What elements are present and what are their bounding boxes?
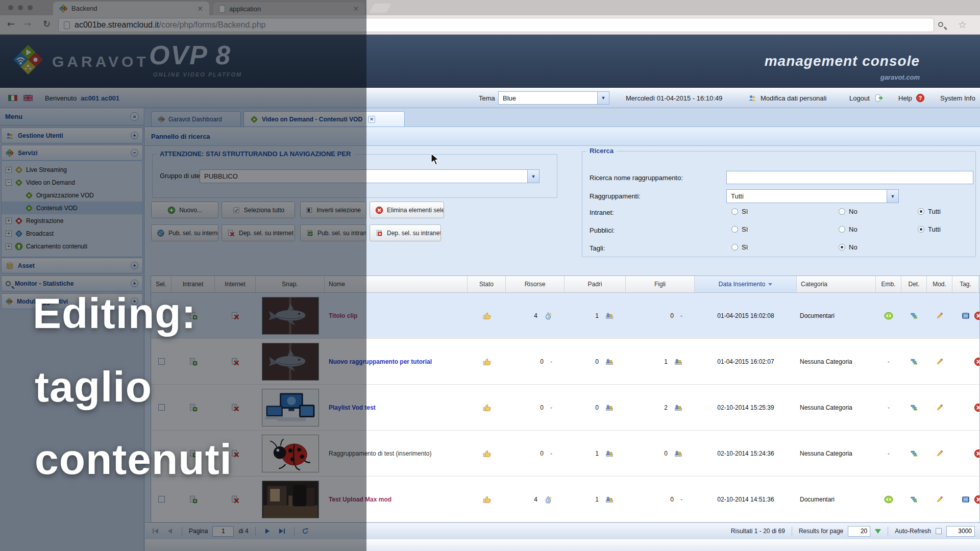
new-tab-button[interactable] bbox=[369, 4, 391, 13]
internet-depublished-icon[interactable] bbox=[231, 403, 240, 412]
thumbnail-shark[interactable] bbox=[262, 343, 319, 381]
table-row[interactable]: Playlist Vod test 0- 0 2 02-10-2014 15:2… bbox=[151, 385, 979, 431]
browser-tab-backend[interactable]: Backend ✕ bbox=[53, 2, 209, 15]
col-figli[interactable]: Figli bbox=[626, 276, 695, 292]
nome-link[interactable]: Raggruppamento di test (inserimento) bbox=[329, 450, 431, 457]
back-icon[interactable]: ← bbox=[7, 18, 15, 29]
help-link[interactable]: Help bbox=[898, 94, 912, 102]
logout-icon[interactable] bbox=[874, 93, 884, 103]
delete-row-icon[interactable] bbox=[974, 403, 980, 412]
tree-item-organizzazione-vod[interactable]: Organizzazione VOD bbox=[2, 189, 142, 202]
edit-pencil-icon[interactable] bbox=[936, 449, 944, 458]
tab-close-icon[interactable]: ✕ bbox=[368, 116, 375, 123]
sidebar-collapse-icon[interactable]: « bbox=[130, 112, 139, 121]
refresh-icon[interactable] bbox=[301, 527, 309, 535]
auto-refresh-checkbox[interactable] bbox=[936, 528, 942, 534]
detail-icon[interactable] bbox=[910, 358, 918, 366]
ricerca-nome-input[interactable] bbox=[726, 171, 973, 184]
col-tag[interactable]: Tag. bbox=[952, 276, 979, 292]
thumbnail-shark[interactable] bbox=[262, 297, 319, 335]
first-page-button[interactable] bbox=[150, 526, 160, 536]
radio-intranet-no[interactable]: No bbox=[839, 208, 857, 215]
expand-plus-icon[interactable]: + bbox=[131, 132, 138, 139]
row-checkbox[interactable] bbox=[158, 312, 165, 319]
internet-depublished-icon[interactable] bbox=[231, 449, 240, 458]
film-tag-icon[interactable] bbox=[962, 312, 970, 320]
table-row[interactable]: Test Upload Max mod 4 1 0- 02-10-2014 14… bbox=[151, 477, 979, 522]
last-page-button[interactable] bbox=[277, 526, 287, 536]
col-emb[interactable]: Emb. bbox=[876, 276, 901, 292]
table-row[interactable]: Titolo clip 4 1 0- 01-04-2015 16:02:08 D… bbox=[151, 293, 979, 339]
padri-icon[interactable] bbox=[605, 404, 614, 412]
seleziona-tutto-button[interactable]: Seleziona tutto bbox=[222, 202, 295, 218]
tree-item-contenuti-vod[interactable]: Contenuti VOD bbox=[2, 202, 142, 214]
tab-contenuti-vod-active[interactable]: Video on Demand - Contenuti VOD ✕ bbox=[243, 111, 405, 127]
chevron-down-icon[interactable]: ▼ bbox=[597, 92, 609, 104]
row-checkbox[interactable] bbox=[158, 496, 165, 503]
delete-row-icon[interactable] bbox=[974, 357, 980, 366]
risorse-icon[interactable] bbox=[544, 495, 552, 504]
internet-depublished-icon[interactable] bbox=[231, 311, 240, 320]
gruppo-utenti-select[interactable]: PUBBLICO ▼ bbox=[200, 169, 540, 183]
expand-plus-icon[interactable]: + bbox=[131, 262, 138, 269]
padri-icon[interactable] bbox=[605, 495, 614, 504]
nome-link[interactable]: Nuovo raggruppamento per tutorial bbox=[329, 358, 432, 365]
thumbnail-ladybug[interactable] bbox=[262, 435, 319, 472]
tree-item-broadcast[interactable]: + Broadcast bbox=[2, 227, 142, 240]
help-icon[interactable] bbox=[916, 93, 925, 103]
tab-close-icon[interactable]: ✕ bbox=[197, 5, 203, 13]
intranet-published-icon[interactable] bbox=[189, 311, 198, 320]
radio-tagli-si[interactable]: Sì bbox=[731, 243, 748, 251]
nome-link[interactable]: Test Upload Max mod bbox=[329, 496, 391, 503]
logout-link[interactable]: Logout bbox=[849, 94, 870, 102]
system-info-link[interactable]: System Info bbox=[940, 94, 975, 102]
expand-plus-icon[interactable]: + bbox=[6, 243, 12, 249]
embed-icon[interactable] bbox=[884, 311, 893, 320]
auto-refresh-interval-input[interactable] bbox=[946, 526, 975, 537]
bookmark-star-icon[interactable]: ☆ bbox=[958, 19, 967, 30]
page-number-input[interactable] bbox=[212, 526, 234, 537]
flag-uk-icon[interactable] bbox=[23, 95, 33, 101]
pub-sel-internet-button[interactable]: Pub. sel. su internet bbox=[151, 224, 218, 241]
expand-plus-icon[interactable]: + bbox=[131, 280, 138, 287]
detail-icon[interactable] bbox=[910, 449, 918, 458]
figli-icon[interactable] bbox=[674, 358, 682, 366]
browser-tab-application[interactable]: application ✕ bbox=[212, 2, 365, 15]
tab-garavot-dashboard[interactable]: Garavot Dashboard bbox=[151, 111, 241, 127]
intranet-published-icon[interactable] bbox=[189, 449, 198, 458]
delete-row-icon[interactable] bbox=[974, 449, 980, 458]
tab-close-icon[interactable]: ✕ bbox=[353, 5, 359, 13]
flag-italy-icon[interactable] bbox=[8, 95, 17, 101]
padri-icon[interactable] bbox=[605, 358, 614, 366]
window-close-icon[interactable] bbox=[8, 5, 13, 10]
window-controls[interactable] bbox=[8, 5, 33, 10]
thumbnail-screens[interactable] bbox=[262, 389, 319, 427]
theme-select[interactable]: Blue ▼ bbox=[498, 91, 609, 105]
col-mod[interactable]: Mod. bbox=[927, 276, 952, 292]
edit-pencil-icon[interactable] bbox=[936, 358, 944, 366]
delete-row-icon[interactable] bbox=[974, 311, 980, 320]
tree-item-live-streaming[interactable]: + Live Streaming bbox=[2, 163, 142, 176]
sidebar-section-asset[interactable]: Asset + bbox=[1, 258, 143, 273]
sidebar-section-servizi[interactable]: Servizi − bbox=[1, 145, 143, 161]
window-maximize-icon[interactable] bbox=[28, 5, 33, 10]
url-omnibox[interactable]: ac001be.streamcloud.it/core/php/forms/Ba… bbox=[58, 18, 934, 32]
intranet-published-icon[interactable] bbox=[189, 403, 198, 412]
col-intranet[interactable]: Intranet bbox=[172, 276, 215, 292]
col-nome[interactable]: Nome bbox=[325, 276, 468, 292]
intranet-published-icon[interactable] bbox=[189, 357, 198, 366]
detail-icon[interactable] bbox=[910, 312, 918, 320]
expand-plus-icon[interactable]: + bbox=[6, 167, 12, 173]
padri-icon[interactable] bbox=[605, 312, 614, 320]
radio-intranet-si[interactable]: Sì bbox=[731, 208, 748, 215]
edit-profile-link[interactable]: Modifica dati personali bbox=[761, 94, 826, 102]
col-risorse[interactable]: Risorse bbox=[506, 276, 565, 292]
padri-icon[interactable] bbox=[605, 449, 614, 458]
col-padri[interactable]: Padri bbox=[565, 276, 626, 292]
detail-icon[interactable] bbox=[910, 495, 918, 504]
results-per-page-input[interactable] bbox=[848, 526, 870, 537]
tree-item-video-on-demand[interactable]: − Video on Demand bbox=[2, 176, 142, 189]
collapse-minus-icon[interactable]: − bbox=[6, 180, 12, 186]
chevron-down-icon[interactable]: ▼ bbox=[887, 190, 898, 203]
elimina-selezionati-button[interactable]: Elimina elementi selezionati bbox=[370, 202, 444, 218]
